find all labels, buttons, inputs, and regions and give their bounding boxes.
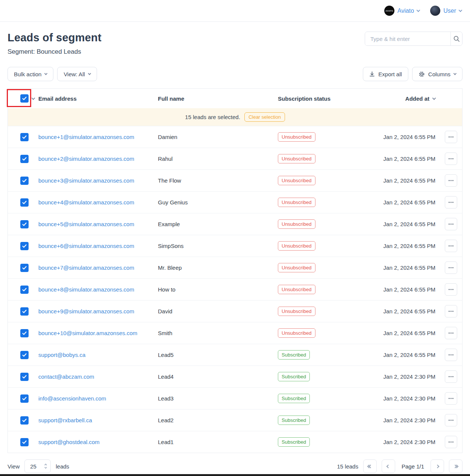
row-actions-button[interactable] [445, 218, 457, 230]
table-row: support@ghostdeal.com Lead1 Subscribed J… [8, 431, 462, 453]
row-actions-button[interactable] [445, 349, 457, 361]
row-checkbox[interactable] [20, 307, 29, 316]
subscription-status-badge: Subscribed [278, 350, 310, 360]
lead-added-at: Jan 2, 2024 2:30 PM [380, 439, 435, 445]
first-page-button[interactable] [363, 459, 377, 473]
per-page-stepper[interactable]: 25 [24, 459, 51, 473]
lead-email-link[interactable]: info@ascensionhaven.com [38, 395, 106, 402]
row-checkbox[interactable] [20, 329, 29, 337]
row-actions-button[interactable] [445, 174, 457, 187]
table-row: bounce+4@simulator.amazonses.com Guy Gen… [8, 191, 462, 213]
lead-email-link[interactable]: support@rxbarbell.ca [38, 417, 92, 423]
lead-email-link[interactable]: bounce+5@simulator.amazonses.com [38, 221, 134, 227]
row-actions-button[interactable] [445, 153, 457, 165]
lead-email-link[interactable]: bounce+7@simulator.amazonses.com [38, 264, 134, 271]
export-all-label: Export all [378, 71, 402, 77]
lead-email-link[interactable]: bounce+1@simulator.amazonses.com [38, 134, 134, 140]
lead-added-at: Jan 2, 2024 2:30 PM [380, 373, 435, 380]
lead-full-name: The Flow [158, 177, 278, 184]
subscription-status-badge: Unsubscribed [278, 263, 315, 272]
row-checkbox[interactable] [20, 351, 29, 359]
lead-email-link[interactable]: bounce+2@simulator.amazonses.com [38, 156, 134, 162]
selection-dropdown-chevron[interactable] [32, 96, 35, 100]
column-header-fullname: Full name [158, 95, 278, 102]
user-menu[interactable]: User [430, 6, 462, 16]
ellipsis-icon [449, 311, 453, 312]
view-filter-button[interactable]: View: All [57, 67, 97, 81]
row-checkbox[interactable] [20, 438, 29, 446]
subscription-status-badge: Unsubscribed [278, 154, 315, 163]
row-checkbox[interactable] [20, 286, 29, 294]
table-row: bounce+1@simulator.amazonses.com Damien … [8, 126, 462, 148]
row-checkbox[interactable] [20, 416, 29, 425]
row-checkbox[interactable] [20, 264, 29, 272]
per-page-unit-label: leads [56, 463, 69, 470]
row-actions-button[interactable] [445, 261, 457, 274]
subscription-status-badge: Unsubscribed [278, 219, 315, 229]
lead-full-name: Lead4 [158, 373, 278, 380]
subscription-status-badge: Unsubscribed [278, 307, 315, 316]
lead-full-name: Damien [158, 134, 278, 140]
page-indicator: Page 1/1 [400, 463, 426, 470]
search-input[interactable] [365, 32, 450, 45]
lead-full-name: Lead5 [158, 352, 278, 358]
last-page-button[interactable] [449, 459, 462, 473]
row-actions-button[interactable] [445, 305, 457, 317]
select-all-checkbox[interactable] [20, 94, 29, 103]
prev-page-button[interactable] [382, 459, 395, 473]
row-actions-button[interactable] [445, 131, 457, 143]
lead-email-link[interactable]: contact@abczam.com [38, 373, 94, 380]
lead-email-link[interactable]: bounce+10@simulator.amazonses.com [38, 330, 137, 336]
row-actions-button[interactable] [445, 436, 457, 448]
row-actions-button[interactable] [445, 327, 457, 339]
bulk-action-button[interactable]: Bulk action [8, 67, 53, 81]
search-box [365, 32, 462, 46]
user-menu-label: User [443, 8, 456, 14]
chevron-down-icon [44, 72, 47, 75]
workspace-menu[interactable]: AVIATO Aviato [384, 6, 420, 16]
lead-email-link[interactable]: support@ghostdeal.com [38, 439, 100, 445]
search-icon [453, 35, 460, 42]
lead-full-name: Mr. Bleep [158, 264, 278, 271]
row-checkbox[interactable] [20, 133, 29, 141]
row-actions-button[interactable] [445, 414, 457, 426]
row-actions-button[interactable] [445, 392, 457, 405]
column-header-added-at[interactable]: Added at [405, 95, 435, 102]
ellipsis-icon [449, 136, 453, 138]
clear-selection-button[interactable]: Clear selection [244, 112, 285, 122]
row-checkbox[interactable] [20, 220, 29, 228]
row-checkbox[interactable] [20, 155, 29, 163]
lead-email-link[interactable]: bounce+9@simulator.amazonses.com [38, 308, 134, 314]
row-actions-button[interactable] [445, 283, 457, 296]
lead-email-link[interactable]: bounce+4@simulator.amazonses.com [38, 199, 134, 206]
lead-email-link[interactable]: bounce+3@simulator.amazonses.com [38, 177, 134, 184]
subscription-status-badge: Unsubscribed [278, 241, 315, 251]
download-icon [369, 71, 375, 77]
selection-banner-text: 15 leads are selected. [185, 114, 240, 120]
row-actions-button[interactable] [445, 240, 457, 252]
lead-email-link[interactable]: bounce+6@simulator.amazonses.com [38, 243, 134, 249]
lead-added-at: Jan 2, 2024 6:55 PM [380, 308, 435, 314]
row-checkbox[interactable] [20, 198, 29, 207]
topbar: AVIATO Aviato User [0, 0, 470, 22]
total-leads-label: 15 leads [337, 463, 358, 470]
bulk-action-label: Bulk action [14, 71, 41, 77]
ellipsis-icon [449, 376, 453, 377]
row-checkbox[interactable] [20, 394, 29, 403]
row-actions-button[interactable] [445, 196, 457, 209]
lead-email-link[interactable]: bounce+8@simulator.amazonses.com [38, 286, 134, 293]
row-actions-button[interactable] [445, 370, 457, 383]
per-page-value: 25 [30, 463, 36, 470]
lead-full-name: Rahul [158, 156, 278, 162]
columns-button[interactable]: Columns [412, 67, 462, 81]
export-all-button[interactable]: Export all [363, 67, 408, 81]
row-checkbox[interactable] [20, 373, 29, 381]
workspace-avatar: AVIATO [384, 6, 394, 16]
row-checkbox[interactable] [20, 177, 29, 185]
next-page-button[interactable] [431, 459, 444, 473]
row-checkbox[interactable] [20, 242, 29, 250]
lead-email-link[interactable]: support@bobys.ca [38, 352, 85, 358]
ellipsis-icon [449, 180, 453, 181]
search-button[interactable] [450, 32, 462, 45]
chevron-down-icon [459, 8, 462, 12]
